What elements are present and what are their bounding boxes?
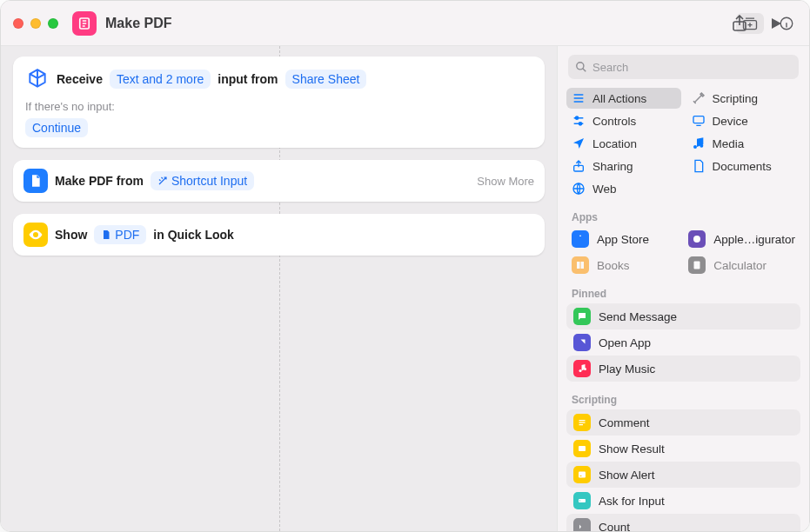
category-device[interactable]: Device bbox=[686, 110, 801, 131]
category-all-actions[interactable]: All Actions bbox=[566, 88, 681, 109]
eye-icon bbox=[23, 223, 48, 247]
search-field[interactable] bbox=[568, 55, 799, 79]
shortcut-input-variable[interactable]: Shortcut Input bbox=[151, 171, 254, 190]
receive-prefix: Receive bbox=[57, 72, 103, 86]
category-grid: All Actions Scripting Controls Device Lo… bbox=[558, 86, 809, 204]
svg-point-11 bbox=[693, 236, 700, 243]
svg-point-8 bbox=[700, 144, 703, 148]
pinned-list: Send Message Open App Play Music bbox=[558, 303, 809, 387]
action-count[interactable]: Count bbox=[566, 514, 800, 531]
action-send-message[interactable]: Send Message bbox=[566, 303, 800, 329]
library-button[interactable] bbox=[736, 13, 764, 34]
app-appstore[interactable]: App Store bbox=[566, 227, 678, 251]
show-prefix: Show bbox=[55, 228, 87, 242]
makepdf-prefix: Make PDF from bbox=[55, 174, 144, 188]
show-suffix: in Quick Look bbox=[153, 228, 234, 242]
category-location[interactable]: Location bbox=[566, 133, 681, 154]
svg-rect-19 bbox=[579, 501, 580, 502]
action-ask-input[interactable]: Ask for Input bbox=[566, 488, 800, 514]
svg-rect-17 bbox=[580, 475, 582, 476]
section-scripting-label: Scripting bbox=[558, 387, 809, 409]
minimize-icon[interactable] bbox=[30, 18, 41, 29]
app-books[interactable]: Books bbox=[566, 253, 678, 277]
svg-rect-12 bbox=[694, 262, 700, 269]
make-pdf-action[interactable]: Make PDF from Shortcut Input Show More bbox=[13, 160, 545, 202]
app-configurator[interactable]: Apple…igurator bbox=[683, 227, 800, 251]
input-source-token[interactable]: Share Sheet bbox=[285, 70, 367, 89]
category-documents[interactable]: Documents bbox=[686, 156, 801, 176]
action-comment[interactable]: Comment bbox=[566, 409, 800, 436]
svg-point-5 bbox=[575, 116, 578, 119]
section-pinned-label: Pinned bbox=[558, 281, 809, 303]
window-controls bbox=[13, 18, 58, 29]
magic-wand-icon bbox=[157, 176, 168, 186]
show-more-button[interactable]: Show More bbox=[477, 175, 534, 188]
category-media[interactable]: Media bbox=[686, 133, 801, 154]
input-types-token[interactable]: Text and 2 more bbox=[110, 70, 211, 89]
receive-mid: input from bbox=[218, 72, 278, 86]
search-input[interactable] bbox=[592, 61, 792, 74]
content: Receive Text and 2 more input from Share… bbox=[1, 46, 809, 531]
svg-rect-7 bbox=[693, 116, 704, 123]
info-button[interactable] bbox=[778, 15, 795, 32]
category-sharing[interactable]: Sharing bbox=[566, 156, 681, 176]
no-input-label: If there's no input: bbox=[25, 100, 532, 113]
receive-icon bbox=[25, 67, 50, 91]
category-web[interactable]: Web bbox=[566, 178, 681, 199]
scripting-list: Comment Show Result Show Alert Ask for I… bbox=[558, 409, 809, 531]
app-window: Make PDF Receive Text and 2 more input f… bbox=[0, 0, 810, 532]
apps-grid: App Store Apple…igurator Books Calculato… bbox=[558, 227, 809, 281]
action-show-result[interactable]: Show Result bbox=[566, 436, 800, 462]
svg-point-6 bbox=[579, 123, 581, 125]
search-icon bbox=[575, 61, 587, 73]
pdf-variable[interactable]: PDF bbox=[94, 225, 146, 244]
shortcut-glyph-icon bbox=[72, 11, 97, 36]
workflow-canvas[interactable]: Receive Text and 2 more input from Share… bbox=[1, 46, 557, 531]
action-open-app[interactable]: Open App bbox=[566, 329, 800, 356]
receive-input-action[interactable]: Receive Text and 2 more input from Share… bbox=[13, 57, 545, 148]
svg-point-4 bbox=[577, 63, 584, 70]
doc-mini-icon bbox=[101, 229, 111, 240]
category-scripting[interactable]: Scripting bbox=[686, 88, 801, 109]
no-input-action-token[interactable]: Continue bbox=[25, 118, 88, 137]
quicklook-action[interactable]: Show PDF in Quick Look bbox=[13, 214, 545, 256]
close-icon[interactable] bbox=[13, 18, 23, 29]
app-calculator[interactable]: Calculator bbox=[683, 253, 800, 277]
document-icon bbox=[23, 169, 48, 193]
category-controls[interactable]: Controls bbox=[566, 110, 681, 131]
action-show-alert[interactable]: Show Alert bbox=[566, 462, 800, 488]
action-play-music[interactable]: Play Music bbox=[566, 356, 800, 382]
svg-rect-15 bbox=[579, 446, 586, 451]
actions-sidebar: All Actions Scripting Controls Device Lo… bbox=[557, 46, 809, 531]
svg-point-13 bbox=[579, 369, 582, 372]
zoom-icon[interactable] bbox=[48, 18, 58, 29]
svg-rect-16 bbox=[579, 472, 586, 478]
svg-point-14 bbox=[584, 368, 586, 370]
section-apps-label: Apps bbox=[558, 204, 809, 227]
